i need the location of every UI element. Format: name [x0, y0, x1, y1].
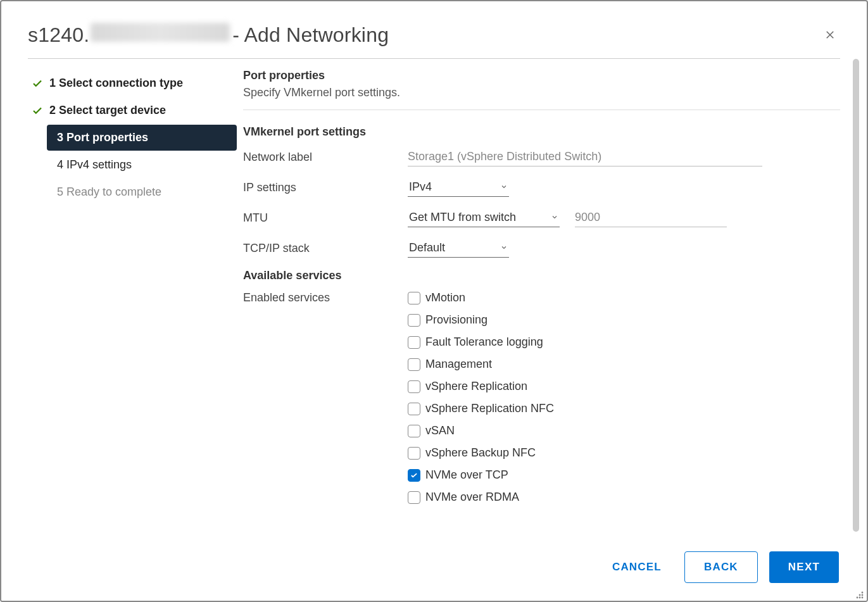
dialog-title: s1240. - Add Networking [28, 23, 821, 47]
content-panel: Port properties Specify VMkernel port se… [237, 59, 840, 532]
ip-settings-value: IPv4 [409, 180, 432, 194]
service-label: vMotion [425, 291, 465, 304]
ip-settings-label: IP settings [243, 181, 408, 194]
check-icon [32, 78, 43, 89]
host-prefix: s1240. [28, 23, 89, 47]
service-checkbox[interactable] [408, 358, 420, 371]
service-label: Provisioning [425, 313, 487, 327]
tcpip-select[interactable]: Default [408, 239, 509, 258]
service-item: Provisioning [408, 313, 554, 327]
mtu-mode-value: Get MTU from switch [409, 211, 516, 224]
resize-handle[interactable] [853, 589, 865, 600]
dialog-footer: CANCEL BACK NEXT [1, 539, 867, 601]
svg-point-2 [862, 594, 864, 596]
add-networking-dialog: s1240. - Add Networking 1 Select connect… [0, 0, 868, 602]
section-title: Port properties [243, 69, 840, 82]
service-item: vSAN [408, 424, 554, 437]
chevron-down-icon [500, 241, 508, 254]
service-item: vSphere Replication NFC [408, 402, 554, 415]
network-label-label: Network label [243, 151, 408, 164]
svg-point-3 [857, 597, 859, 599]
wizard-step-label: 5 Ready to complete [57, 185, 161, 199]
next-button[interactable]: NEXT [769, 551, 839, 583]
service-checkbox[interactable] [408, 491, 420, 504]
service-label: Fault Tolerance logging [425, 335, 543, 349]
check-icon [32, 105, 43, 116]
service-label: vSphere Replication [425, 380, 527, 393]
service-item: NVMe over RDMA [408, 491, 554, 504]
dialog-header: s1240. - Add Networking [1, 1, 867, 52]
section-divider [243, 110, 840, 110]
title-suffix: - Add Networking [232, 23, 389, 47]
service-checkbox[interactable] [408, 380, 420, 393]
service-label: vSphere Backup NFC [425, 446, 536, 460]
wizard-step-label: 1 Select connection type [49, 77, 183, 90]
svg-point-5 [862, 597, 864, 599]
cancel-button[interactable]: CANCEL [601, 552, 673, 582]
row-enabled-services: Enabled services vMotionProvisioningFaul… [243, 291, 840, 504]
wizard-step-label: 3 Port properties [57, 131, 148, 144]
section-subtitle: Specify VMkernel port settings. [243, 86, 840, 99]
row-mtu: MTU Get MTU from switch [243, 208, 840, 227]
close-icon [824, 29, 836, 43]
svg-point-0 [862, 592, 864, 594]
row-ip-settings: IP settings IPv4 [243, 178, 840, 197]
mtu-label: MTU [243, 211, 408, 225]
mtu-mode-select[interactable]: Get MTU from switch [408, 208, 560, 227]
chevron-down-icon [500, 180, 508, 194]
svg-point-4 [859, 597, 861, 599]
wizard-step-3: 3 Port properties [47, 125, 237, 151]
redacted-hostname [91, 23, 230, 42]
services-list: vMotionProvisioningFault Tolerance loggi… [408, 291, 554, 504]
service-label: vSphere Replication NFC [425, 402, 554, 415]
ip-settings-select[interactable]: IPv4 [408, 178, 509, 197]
tcpip-value: Default [409, 241, 445, 254]
service-checkbox[interactable] [408, 447, 420, 460]
service-item: vSphere Backup NFC [408, 446, 554, 460]
service-item: Fault Tolerance logging [408, 335, 554, 349]
service-checkbox[interactable] [408, 403, 420, 415]
service-checkbox[interactable] [408, 425, 420, 437]
wizard-step-label: 2 Select target device [49, 104, 166, 117]
wizard-step-label: 4 IPv4 settings [57, 158, 132, 172]
service-item: vMotion [408, 291, 554, 304]
close-button[interactable] [821, 27, 839, 44]
service-label: vSAN [425, 424, 455, 437]
service-label: NVMe over TCP [425, 468, 508, 482]
scrollbar[interactable] [853, 59, 859, 532]
service-checkbox[interactable] [408, 469, 420, 482]
service-item: NVMe over TCP [408, 468, 554, 482]
service-checkbox[interactable] [408, 336, 420, 349]
wizard-steps: 1 Select connection type2 Select target … [28, 59, 237, 532]
chevron-down-icon [551, 211, 558, 224]
service-item: vSphere Replication [408, 380, 554, 393]
enabled-services-label: Enabled services [243, 291, 408, 304]
service-checkbox[interactable] [408, 314, 420, 327]
network-label-value [408, 147, 762, 166]
back-button[interactable]: BACK [684, 551, 758, 583]
available-services-heading: Available services [243, 269, 840, 282]
wizard-step-4[interactable]: 4 IPv4 settings [49, 152, 237, 178]
dialog-body: 1 Select connection type2 Select target … [1, 59, 867, 532]
service-checkbox[interactable] [408, 292, 420, 304]
vmkernel-heading: VMkernel port settings [243, 125, 840, 139]
wizard-step-5: 5 Ready to complete [49, 179, 237, 205]
row-network-label: Network label [243, 147, 840, 166]
wizard-step-2[interactable]: 2 Select target device [28, 97, 237, 123]
tcpip-label: TCP/IP stack [243, 242, 408, 255]
row-tcpip: TCP/IP stack Default [243, 239, 840, 258]
wizard-step-1[interactable]: 1 Select connection type [28, 70, 237, 96]
svg-point-1 [859, 594, 861, 596]
mtu-value-input[interactable] [575, 208, 727, 227]
service-item: Management [408, 358, 554, 371]
service-label: Management [425, 358, 492, 371]
service-label: NVMe over RDMA [425, 491, 519, 504]
